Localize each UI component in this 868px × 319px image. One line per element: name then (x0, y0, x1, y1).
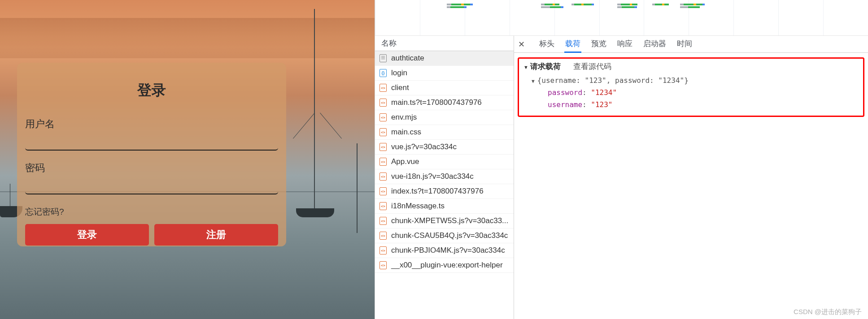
sailboat-mast (357, 143, 358, 233)
request-name: vue.js?v=30ac334c (391, 142, 457, 151)
json-root-row[interactable]: ▼{username: "123", password: "1234"} (532, 74, 859, 86)
document-icon (379, 54, 387, 62)
devtools-panel: 名称 authticateloginclientmain.ts?t=170800… (375, 0, 868, 319)
request-item[interactable]: i18nMessage.ts (375, 199, 514, 214)
json-file-icon (379, 69, 387, 77)
tab-response[interactable]: 响应 (616, 36, 633, 53)
script-file-icon (379, 84, 387, 92)
request-name: main.ts?t=1708007437976 (391, 98, 482, 107)
request-item[interactable]: main.css (375, 125, 514, 140)
payload-panel: 请求载荷 查看源代码 ▼{username: "123", password: … (514, 53, 868, 319)
json-value: "1234" (591, 88, 617, 97)
script-file-icon (379, 232, 387, 240)
devtools-body: 名称 authticateloginclientmain.ts?t=170800… (375, 36, 868, 319)
login-title: 登录 (25, 81, 278, 100)
script-file-icon (379, 172, 387, 181)
script-file-icon (379, 202, 387, 210)
highlight-annotation: 请求载荷 查看源代码 ▼{username: "123", password: … (518, 57, 864, 117)
view-source-link[interactable]: 查看源代码 (573, 61, 611, 72)
password-input[interactable] (25, 179, 278, 194)
json-summary: {username: "123", password: "1234"} (537, 76, 689, 85)
button-row: 登录 注册 (25, 224, 278, 246)
script-file-icon (379, 158, 387, 166)
request-name: env.mjs (391, 113, 417, 122)
script-file-icon (379, 99, 387, 107)
request-item[interactable]: chunk-XMPETW5S.js?v=30ac33... (375, 214, 514, 228)
tab-headers[interactable]: 标头 (538, 36, 555, 53)
login-card: 登录 用户名 密码 忘记密码? 登录 注册 (17, 63, 286, 246)
watermark: CSDN @进击的菜狗子 (794, 308, 862, 316)
script-file-icon (379, 261, 387, 269)
detail-column: ✕ 标头 载荷 预览 响应 启动器 时间 请求载荷 查看源代码 ▼{userna… (514, 36, 868, 319)
boat-silhouette (296, 208, 334, 217)
request-item[interactable]: vue.js?v=30ac334c (375, 140, 514, 155)
app-preview: 登录 用户名 密码 忘记密码? 登录 注册 (0, 0, 375, 319)
network-timeline[interactable] (375, 0, 868, 36)
request-name: index.ts?t=1708007437976 (391, 187, 484, 196)
username-input[interactable] (25, 135, 278, 151)
request-item[interactable]: login (375, 66, 514, 81)
sailboat-rigging (320, 112, 342, 138)
script-file-icon (379, 113, 387, 121)
sailboat-mast (314, 9, 315, 211)
network-column: 名称 authticateloginclientmain.ts?t=170800… (375, 36, 514, 319)
tab-timing[interactable]: 时间 (676, 36, 693, 53)
sky-clouds (0, 18, 375, 58)
script-file-icon (379, 187, 387, 195)
request-name: App.vue (391, 157, 419, 166)
tab-initiator[interactable]: 启动器 (642, 36, 667, 53)
request-name: __x00__plugin-vue:export-helper (391, 261, 503, 270)
request-name: chunk-PBJIO4MK.js?v=30ac334c (391, 246, 505, 255)
request-item[interactable]: index.ts?t=1708007437976 (375, 184, 514, 199)
password-label: 密码 (25, 161, 278, 175)
network-column-header[interactable]: 名称 (375, 36, 514, 51)
request-name: i18nMessage.ts (391, 202, 445, 211)
close-icon[interactable]: ✕ (517, 40, 526, 49)
json-property-row[interactable]: username: "123" (532, 99, 859, 111)
request-name: authticate (391, 54, 424, 63)
request-name: login (391, 69, 407, 78)
request-item[interactable]: env.mjs (375, 110, 514, 125)
sailboat-rigging (293, 112, 315, 138)
request-item[interactable]: authticate (375, 51, 514, 66)
request-item[interactable]: main.ts?t=1708007437976 (375, 95, 514, 110)
request-name: main.css (391, 128, 421, 137)
script-file-icon (379, 246, 387, 254)
json-key: password (548, 88, 582, 97)
tab-payload[interactable]: 载荷 (564, 36, 581, 53)
request-item[interactable]: vue-i18n.js?v=30ac334c (375, 169, 514, 184)
register-button[interactable]: 注册 (154, 224, 278, 246)
login-button[interactable]: 登录 (25, 224, 149, 246)
json-tree[interactable]: ▼{username: "123", password: "1234"} pas… (523, 74, 859, 111)
script-file-icon (379, 143, 387, 151)
request-item[interactable]: chunk-CSAU5B4Q.js?v=30ac334c (375, 228, 514, 243)
forgot-password-link[interactable]: 忘记密码? (25, 206, 278, 218)
request-name: client (391, 83, 409, 92)
request-item[interactable]: chunk-PBJIO4MK.js?v=30ac334c (375, 243, 514, 258)
request-name: chunk-CSAU5B4Q.js?v=30ac334c (391, 231, 508, 240)
detail-tabs: ✕ 标头 载荷 预览 响应 启动器 时间 (514, 36, 868, 53)
json-key: username (548, 100, 582, 109)
username-label: 用户名 (25, 117, 278, 131)
request-item[interactable]: client (375, 81, 514, 95)
payload-section-title[interactable]: 请求载荷 (523, 61, 561, 72)
request-list[interactable]: authticateloginclientmain.ts?t=170800743… (375, 51, 514, 319)
json-value: "123" (591, 100, 612, 109)
request-item[interactable]: App.vue (375, 155, 514, 169)
script-file-icon (379, 217, 387, 225)
expand-toggle-icon[interactable]: ▼ (532, 78, 535, 84)
json-property-row[interactable]: password: "1234" (532, 86, 859, 99)
request-name: vue-i18n.js?v=30ac334c (391, 172, 474, 181)
script-file-icon (379, 128, 387, 136)
tab-preview[interactable]: 预览 (590, 36, 607, 53)
request-item[interactable]: __x00__plugin-vue:export-helper (375, 258, 514, 273)
request-name: chunk-XMPETW5S.js?v=30ac33... (391, 216, 508, 225)
boat-mast (10, 184, 10, 208)
